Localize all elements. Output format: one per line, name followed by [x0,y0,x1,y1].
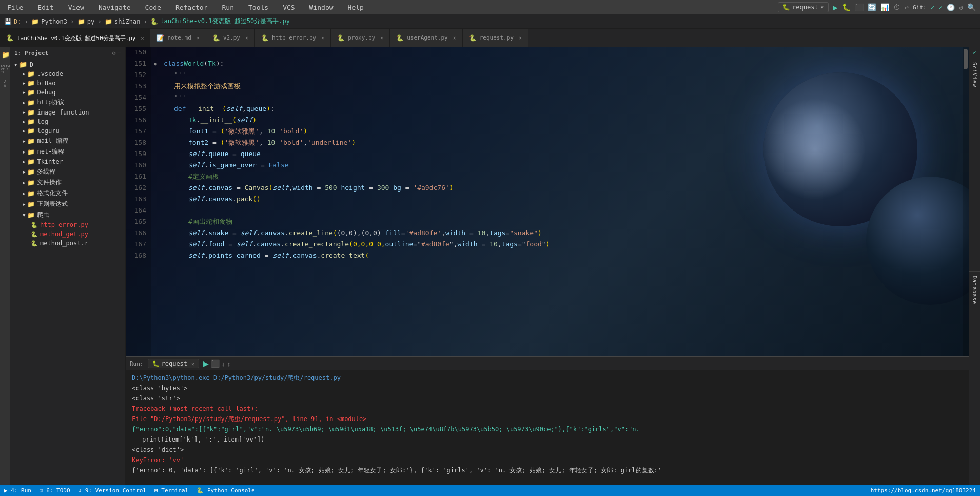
reload-button[interactable]: 🔄 [868,3,876,11]
path-py[interactable]: 📁 py [77,18,94,25]
bp-152 [151,69,160,81]
tab-close-0[interactable]: ✕ [141,35,144,41]
sidebar-item-http[interactable]: ▶ 📁 http协议 [10,97,125,108]
status-python-console[interactable]: 🐍 Python Console [197,487,254,494]
net-label: net-编程 [37,147,64,156]
path-shizhan[interactable]: 📁 shiZhan [105,18,141,25]
menu-file[interactable]: File [4,3,26,12]
run-wrap-btn[interactable]: ↕ [227,359,231,368]
status-run[interactable]: ▶ 4: Run [4,487,31,494]
tab-5[interactable]: 🐍 userAgent.py ✕ [390,29,463,47]
tab-3[interactable]: 🐍 http_error.py ✕ [255,29,331,47]
run-stop-btn[interactable]: ⬛ [211,359,220,368]
menu-window[interactable]: Window [306,3,337,12]
menu-refactor[interactable]: Refactor [172,3,211,12]
git-checkmark2[interactable]: ✓ [938,4,943,11]
sidebar-item-net[interactable]: ▶ 📁 net-编程 [10,146,125,157]
tab-6[interactable]: 🐍 request.py ✕ [463,29,528,47]
sidebar-item-bibao[interactable]: ▶ 📁 biBao [10,79,125,88]
git-revert[interactable]: ↺ [959,4,963,11]
tab-close-4[interactable]: ✕ [380,35,383,41]
run-tab-widget[interactable]: 🐛 request ✕ [148,359,200,368]
sidebar-item-regex[interactable]: ▶ 📁 正则表达式 [10,199,125,209]
line-167-content: self.food = self.canvas.create_rectangle… [188,239,550,250]
sidebar-item-debug[interactable]: ▶ 📁 Debug [10,88,125,97]
sidebar-item-http-error[interactable]: 🐍 http_error.py [10,220,125,230]
path-python3[interactable]: 📁 Python3 [31,18,67,25]
ln-159: 159 [126,148,151,160]
menu-tools[interactable]: Tools [245,3,271,12]
tab-icon-5: 🐍 [396,34,404,42]
menu-help[interactable]: Help [345,3,367,12]
sidebar-item-method-get[interactable]: 🐍 method_get.py [10,230,125,239]
line-157-content: font1 = ('微软雅黑', 10 'bold') [188,126,307,137]
bp-151[interactable]: ● [151,58,160,69]
run-tab-close[interactable]: ✕ [191,361,194,367]
sidebar-item-spider[interactable]: ▼ 📁 爬虫 [10,209,125,220]
scroll-thumb[interactable] [964,49,968,69]
check-icon: ✓ [973,49,976,56]
code-lines[interactable]: class World ( Tk ): ''' 用来模拟整个游戏画板 '' [160,47,963,356]
net-folder-icon: 📁 [27,148,35,156]
tree-item-root[interactable]: ▼ 📁 D [10,60,125,69]
profile-button[interactable]: ⏱ [893,3,900,11]
run-play-btn[interactable]: ▶ [203,359,209,368]
sidebar-item-vscode[interactable]: ▶ 📁 .vscode [10,69,125,79]
ln-164: 164 [126,205,151,216]
path-sep1: › [24,17,28,25]
sidebar-item-tkinter[interactable]: ▶ 📁 Tkinter [10,157,125,166]
sidebar-item-imgfunc[interactable]: ▶ 📁 image function [10,108,125,117]
sciview-panel[interactable]: SciView [972,58,977,271]
sidebar-settings-icon[interactable]: ⚙ [112,50,116,56]
editor-scrollbar[interactable] [963,47,969,356]
search-button[interactable]: 🔍 [967,3,976,11]
path-file[interactable]: 🐍 tanChiShe-v0.1变态版 超过50分是高手.py [150,17,290,26]
line-156-content: Tk.__init__(self) [188,115,257,126]
status-vcs[interactable]: ↕ 9: Version Control [79,487,146,494]
sidebar-item-loguru[interactable]: ▶ 📁 loguru [10,126,125,136]
sidebar-collapse-icon[interactable]: ─ [117,50,121,56]
tab-close-5[interactable]: ✕ [453,35,456,41]
status-terminal[interactable]: ⊞ Terminal [154,487,188,494]
tab-2[interactable]: 🐍 v2.py ✕ [206,29,255,47]
run-scroll-btn[interactable]: ↓ [222,359,225,368]
git-checkmark1[interactable]: ✓ [931,4,935,11]
right-panels: ✓ SciView Database [969,47,980,485]
code-line-153: 用来模拟整个游戏画板 [160,81,963,92]
tab-0[interactable]: 🐍 tanChiShe-v0.1变态版 超过50分是高手.py ✕ [0,29,150,47]
code-line-161: #定义画板 [160,171,963,182]
path-sep3: › [97,17,102,25]
menu-run[interactable]: Run [219,3,237,12]
git-history[interactable]: 🕐 [947,4,955,11]
sidebar-item-multithread[interactable]: ▶ 📁 多线程 [10,166,125,177]
tab-close-2[interactable]: ✕ [245,35,248,41]
tab-1[interactable]: 📝 note.md ✕ [150,29,206,47]
menu-view[interactable]: View [65,3,87,12]
status-todo[interactable]: ☑ 6: TODO [40,487,70,494]
tab-4[interactable]: 🐍 proxy.py ✕ [331,29,390,47]
menu-code[interactable]: Code [142,3,164,12]
tab-close-3[interactable]: ✕ [321,35,324,41]
path-drive[interactable]: 💾 D: [4,18,21,25]
sidebar-item-method-post[interactable]: 🐍 method_post.r [10,239,125,248]
tab-close-6[interactable]: ✕ [519,35,522,41]
run-button[interactable]: ▶ [833,3,838,12]
commit-button[interactable]: ↩ [905,3,909,11]
sidebar-item-format[interactable]: ▶ 📁 格式化文件 [10,188,125,199]
sidebar-item-mail[interactable]: ▶ 📁 mail-编程 [10,136,125,146]
stop-button[interactable]: ⬛ [855,3,864,11]
favorites-icon[interactable]: Fav [1,77,10,89]
sidebar-item-fileops[interactable]: ▶ 📁 文件操作 [10,177,125,188]
tab-close-1[interactable]: ✕ [197,35,200,41]
editor-content[interactable]: 150 151 152 153 154 155 156 157 158 159 … [126,47,969,356]
coverage-button[interactable]: 📊 [880,3,889,11]
run-config-dropdown[interactable]: 🐛 request ▾ [778,2,829,12]
sidebar-item-log[interactable]: ▶ 📁 log [10,117,125,126]
breakpoint-indicator-151: ● [154,61,156,66]
debug-button[interactable]: 🐛 [842,3,851,11]
ln-161: 161 [126,171,151,182]
menu-vcs[interactable]: VCS [280,3,298,12]
menu-edit[interactable]: Edit [34,3,56,12]
menu-navigate[interactable]: Navigate [95,3,134,12]
database-panel[interactable]: Database [972,272,977,485]
